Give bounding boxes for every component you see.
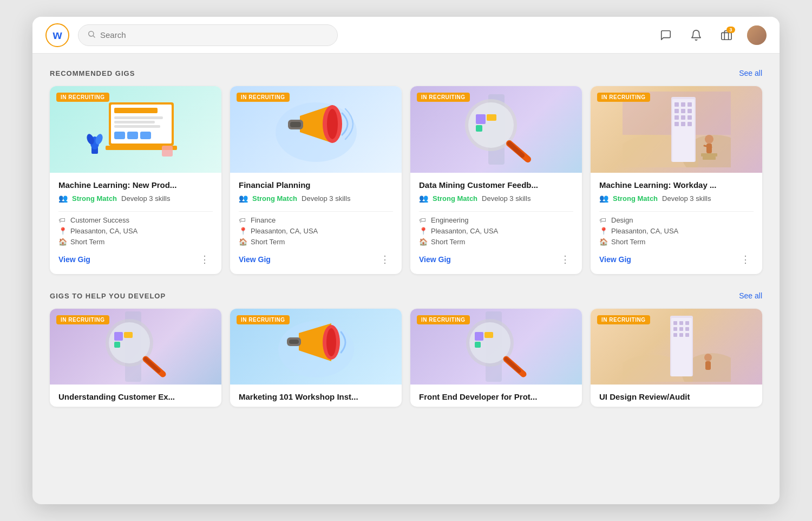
duration-text-1: Short Term [70,238,104,246]
develop-label-3: Develop 3 skills [482,194,531,203]
magnifier-illustration [442,92,551,167]
category-text-4: Design [611,216,633,224]
svg-rect-53 [703,157,716,160]
view-gig-3[interactable]: View Gig [419,255,451,264]
svg-rect-87 [679,333,683,337]
location-icon: 📍 [58,227,67,235]
logo[interactable]: w [45,23,69,47]
svg-rect-86 [673,333,677,337]
develop-card-4[interactable]: IN RECRUITING [591,309,762,407]
more-menu-4[interactable]: ⋮ [737,252,754,266]
svg-rect-28 [487,114,496,121]
gig-card-4-category: 🏷 Design [599,216,754,224]
gig-card-1[interactable]: IN RECRUITING [50,86,221,274]
header-icons: 3 [656,25,767,45]
gig-card-2-image: IN RECRUITING [230,86,402,173]
match-icon-3: 👥 [419,194,428,203]
gig-card-2-location: 📍 Pleasanton, CA, USA [239,227,393,235]
svg-rect-15 [140,132,151,139]
match-label-1: Strong Match [72,194,117,203]
svg-rect-2 [722,32,731,40]
gig-card-3[interactable]: IN RECRUITING [410,86,582,274]
recommended-see-all[interactable]: See all [739,69,762,77]
develop-gigs-header: GIGS TO HELP YOU DEVELOP See all [50,291,762,300]
gig-card-3-duration: 🏠 Short Term [419,238,573,246]
laptop-illustration [82,92,190,167]
gig-card-3-footer: View Gig ⋮ [419,252,573,266]
svg-line-1 [93,36,95,37]
location-text-1: Pleasanton, CA, USA [70,227,137,235]
gig-card-4-footer: View Gig ⋮ [599,252,754,266]
search-input[interactable] [100,30,329,40]
chat-button[interactable] [656,25,676,45]
develop-card-4-badge: IN RECRUITING [597,315,650,324]
gig-card-2-meta: 🏷 Finance 📍 Pleasanton, CA, USA 🏠 Short … [239,216,393,246]
develop-card-1[interactable]: IN RECRUITING [50,309,221,407]
svg-rect-58 [124,332,133,338]
gig-card-3-meta: 🏷 Engineering 📍 Pleasanton, CA, USA 🏠 Sh… [419,216,573,246]
category-text-3: Engineering [431,216,468,224]
gig-card-2[interactable]: IN RECRUITING [230,86,402,274]
develop-card-4-title: UI Design Review/Audit [599,392,754,401]
search-bar[interactable] [78,24,338,46]
more-menu-2[interactable]: ⋮ [377,252,393,266]
more-menu-1[interactable]: ⋮ [197,252,213,266]
gig-card-2-match: 👥 Strong Match Develop 3 skills [239,194,393,203]
gig-card-3-badge: IN RECRUITING [417,93,470,102]
gig-card-3-match: 👥 Strong Match Develop 3 skills [419,194,573,203]
gig-card-3-body: Data Mining Customer Feedb... 👥 Strong M… [410,173,582,274]
svg-rect-40 [675,109,679,113]
develop-see-all[interactable]: See all [739,291,762,300]
svg-rect-84 [679,327,683,331]
svg-rect-13 [114,132,125,139]
svg-rect-27 [476,114,486,124]
develop-card-2[interactable]: IN RECRUITING [230,309,402,407]
gig-card-2-divider [239,211,393,212]
more-menu-3[interactable]: ⋮ [557,252,573,266]
gig-card-1-divider [58,211,213,212]
view-gig-4[interactable]: View Gig [599,255,631,264]
svg-rect-42 [687,109,692,113]
svg-rect-45 [687,115,692,120]
svg-rect-52 [701,153,717,157]
svg-rect-38 [681,102,685,107]
develop-card-3[interactable]: IN RECRUITING [410,309,582,407]
svg-rect-48 [687,122,692,126]
gig-card-1-title: Machine Learning: New Prod... [58,180,213,190]
recommended-gigs-section: RECOMMENDED GIGS See all IN RECRUITING [50,69,762,274]
match-icon-1: 👥 [58,194,68,203]
develop-label-1: Develop 3 skills [121,194,170,203]
view-gig-1[interactable]: View Gig [58,255,90,264]
develop-card-1-title: Understanding Customer Ex... [58,392,213,401]
gig-card-1-location: 📍 Pleasanton, CA, USA [58,227,213,235]
svg-rect-83 [673,327,677,331]
notification-button[interactable] [686,25,706,45]
megaphone-illustration [262,92,370,167]
svg-rect-44 [681,115,685,120]
gig-card-1-image: IN RECRUITING [50,86,221,173]
tag-icon-4: 🏷 [599,216,608,224]
svg-rect-85 [685,327,689,331]
gig-card-4[interactable]: IN RECRUITING [591,86,762,274]
svg-rect-88 [685,333,689,337]
briefcase-button[interactable]: 3 [717,25,736,45]
location-text-3: Pleasanton, CA, USA [431,227,498,235]
gig-card-4-body: Machine Learning: Workday ... 👥 Strong M… [591,173,762,274]
svg-rect-72 [484,332,493,338]
svg-rect-29 [476,125,482,132]
svg-rect-90 [705,361,711,370]
gig-card-1-meta: 🏷 Customer Success 📍 Pleasanton, CA, USA… [58,216,213,246]
svg-rect-43 [675,115,679,120]
location-text-2: Pleasanton, CA, USA [251,227,318,235]
gig-card-3-divider [419,211,573,212]
gig-card-2-category: 🏷 Finance [239,216,393,224]
view-gig-2[interactable]: View Gig [239,255,271,264]
location-icon-2: 📍 [239,227,247,235]
home-icon-3: 🏠 [419,238,428,246]
tag-icon-3: 🏷 [419,216,428,224]
tag-icon-2: 🏷 [239,216,247,224]
location-text-4: Pleasanton, CA, USA [611,227,678,235]
avatar[interactable] [747,25,767,45]
develop-card-3-body: Front End Developer for Prot... [410,385,582,407]
location-icon-3: 📍 [419,227,428,235]
